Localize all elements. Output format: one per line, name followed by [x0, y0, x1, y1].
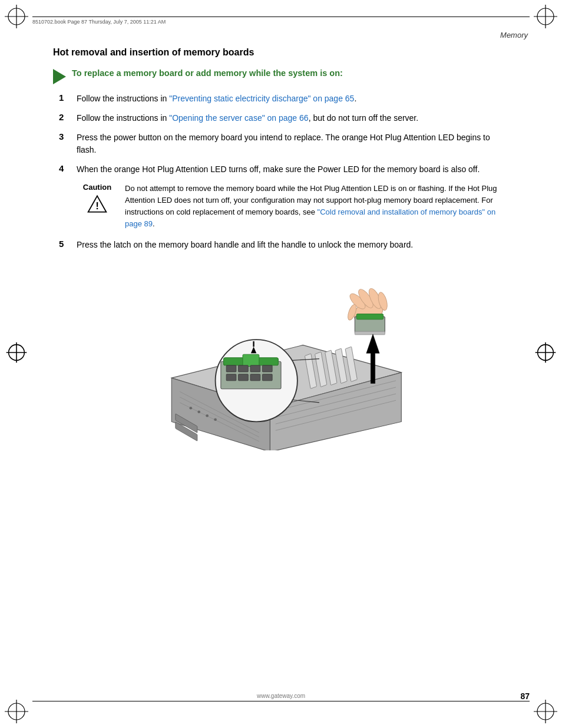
- caution-link[interactable]: "Cold removal and installation of memory…: [125, 207, 495, 228]
- corner-mark-bl: [5, 700, 28, 723]
- svg-point-39: [206, 414, 209, 417]
- svg-rect-46: [226, 365, 236, 371]
- green-triangle-icon: [53, 69, 66, 84]
- section-heading: Hot removal and insertion of memory boar…: [53, 47, 509, 58]
- svg-rect-45: [243, 354, 259, 366]
- procedure-heading-text: To replace a memory board or add memory …: [72, 68, 343, 78]
- step-5-number: 5: [59, 239, 77, 249]
- hand-illustration: [346, 286, 389, 334]
- svg-rect-49: [262, 365, 272, 371]
- footer-url: www.gateway.com: [257, 693, 305, 699]
- svg-rect-63: [356, 314, 384, 319]
- footer-bar: www.gateway.com 87: [32, 693, 530, 701]
- svg-point-38: [197, 410, 200, 413]
- caution-box: Caution ! Do not attempt to remove the m…: [77, 183, 509, 230]
- footer-page-number: 87: [520, 691, 530, 701]
- memory-board-illustration: [53, 262, 509, 450]
- caution-label: Caution: [83, 183, 111, 192]
- svg-text:!: !: [95, 200, 99, 212]
- step-4-text: When the orange Hot Plug Attention LED t…: [77, 163, 480, 176]
- side-mark-right: [534, 341, 557, 364]
- svg-point-40: [214, 418, 217, 421]
- step-1-number: 1: [59, 93, 77, 103]
- corner-mark-br: [534, 700, 557, 723]
- header-text: 8510702.book Page 87 Thursday, July 7, 2…: [32, 19, 166, 25]
- steps-list: 1 Follow the instructions in "Preventing…: [59, 93, 509, 251]
- step-1-link[interactable]: "Preventing static electricity discharge…: [169, 94, 354, 103]
- step-2: 2 Follow the instructions in "Opening th…: [59, 112, 509, 124]
- step-3-number: 3: [59, 131, 77, 141]
- side-mark-left: [5, 341, 28, 364]
- caution-label-area: Caution !: [77, 183, 118, 214]
- svg-rect-52: [250, 374, 260, 380]
- corner-mark-tr: [534, 5, 557, 28]
- svg-rect-50: [226, 374, 236, 380]
- step-2-text: Follow the instructions in "Opening the …: [77, 112, 418, 124]
- step-5-text: Press the latch on the memory board hand…: [77, 239, 413, 251]
- step-4-number: 4: [59, 163, 77, 173]
- svg-rect-48: [250, 365, 260, 371]
- procedure-heading: To replace a memory board or add memory …: [53, 68, 509, 84]
- chapter-title: Memory: [500, 31, 528, 39]
- svg-rect-51: [239, 374, 249, 380]
- step-3: 3 Press the power button on the memory b…: [59, 131, 509, 156]
- step-5: 5 Press the latch on the memory board ha…: [59, 239, 509, 251]
- step-2-number: 2: [59, 112, 77, 122]
- step-3-text: Press the power button on the memory boa…: [77, 131, 509, 156]
- illustration-svg: [128, 262, 434, 450]
- svg-rect-64: [355, 331, 385, 335]
- step-1: 1 Follow the instructions in "Preventing…: [59, 93, 509, 105]
- step-4: 4 When the orange Hot Plug Attention LED…: [59, 163, 509, 176]
- svg-rect-47: [239, 365, 249, 371]
- caution-warning-icon: !: [87, 194, 107, 214]
- svg-rect-53: [262, 374, 272, 380]
- svg-point-37: [189, 406, 192, 409]
- corner-mark-tl: [5, 5, 28, 28]
- step-2-link[interactable]: "Opening the server case" on page 66: [169, 113, 308, 123]
- header-bar: 8510702.book Page 87 Thursday, July 7, 2…: [32, 17, 530, 25]
- caution-text: Do not attempt to remove the memory boar…: [125, 183, 509, 230]
- main-content: Hot removal and insertion of memory boar…: [53, 41, 509, 693]
- step-1-text: Follow the instructions in "Preventing s…: [77, 93, 356, 105]
